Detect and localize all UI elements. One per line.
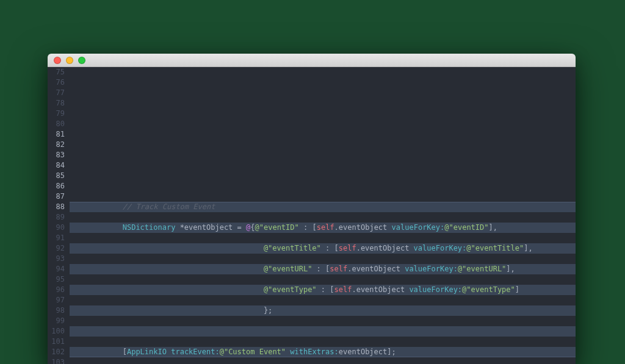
line-number-gutter: 7576777879808182838485868788899091929394… [48, 67, 70, 364]
line-number: 91 [50, 233, 65, 243]
line-number: 79 [50, 109, 65, 119]
line-number: 76 [50, 77, 65, 88]
line-number: 99 [50, 316, 65, 326]
comment: // Track Custom Event [123, 202, 215, 211]
line-number: 95 [50, 274, 65, 285]
close-icon[interactable] [54, 57, 61, 64]
line-number: 103 [50, 357, 65, 364]
code-line-85: @"eventType" : [self.eventObject valueFo… [70, 285, 576, 295]
line-number: 75 [50, 67, 65, 77]
window-titlebar [48, 54, 576, 67]
editor-window: 7576777879808182838485868788899091929394… [48, 54, 576, 364]
line-number: 81 [50, 129, 65, 140]
line-number: 89 [50, 212, 65, 223]
code-area[interactable]: // Track Custom Event NSDictionary *even… [70, 67, 576, 364]
line-number: 87 [50, 191, 65, 202]
line-number: 85 [50, 171, 65, 181]
zoom-icon[interactable] [78, 57, 85, 64]
code-editor[interactable]: 7576777879808182838485868788899091929394… [48, 67, 576, 364]
minimize-icon[interactable] [66, 57, 73, 64]
code-line-81: // Track Custom Event [70, 202, 576, 212]
code-line-87 [70, 326, 576, 337]
line-number: 93 [50, 254, 65, 264]
code-line-88: [AppLinkIO trackEvent:@"Custom Event" wi… [70, 347, 576, 357]
line-number: 96 [50, 285, 65, 295]
line-number: 102 [50, 347, 65, 357]
line-number: 98 [50, 305, 65, 316]
line-number: 92 [50, 243, 65, 254]
line-number: 82 [50, 140, 65, 150]
line-number: 78 [50, 98, 65, 109]
code-line-84: @"eventURL" : [self.eventObject valueFor… [70, 264, 576, 274]
line-number: 83 [50, 150, 65, 160]
line-number: 84 [50, 160, 65, 171]
line-number: 86 [50, 181, 65, 191]
line-number: 80 [50, 119, 65, 129]
code-line-82: NSDictionary *eventObject = @{@"eventID"… [70, 223, 576, 233]
line-number: 90 [50, 223, 65, 233]
code-line-83: @"eventTitle" : [self.eventObject valueF… [70, 243, 576, 254]
line-number: 101 [50, 337, 65, 347]
line-number: 77 [50, 88, 65, 98]
line-number: 97 [50, 295, 65, 305]
line-number: 88 [50, 202, 65, 212]
code-line-86: }; [70, 305, 576, 316]
line-number: 100 [50, 326, 65, 337]
line-number: 94 [50, 264, 65, 274]
